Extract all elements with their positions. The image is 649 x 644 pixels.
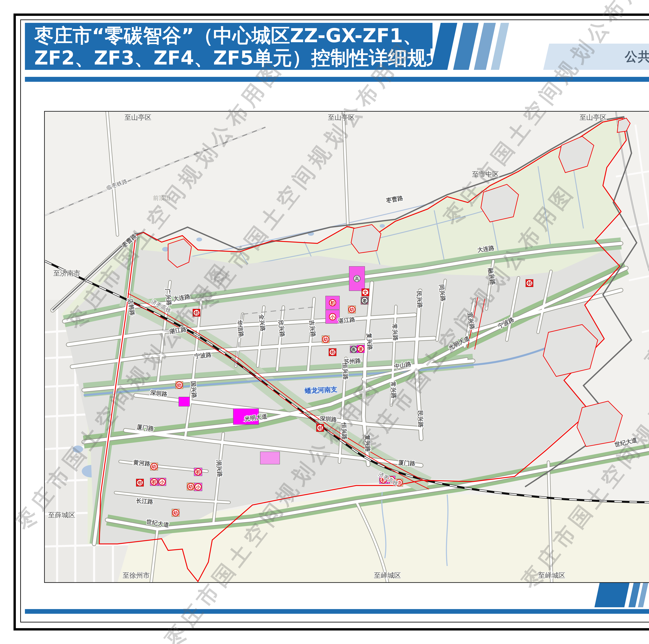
svg-text:幼: 幼 (188, 484, 193, 489)
facility-marker-幼: 幼 (150, 463, 158, 470)
svg-text:幼: 幼 (323, 337, 328, 342)
area-label: 前顶山 (153, 195, 170, 201)
road-label: 复兴路 (364, 434, 371, 452)
title-block: 枣庄市“零碳智谷”（中心城区ZZ-GX-ZF1、 ZF2、ZF3、ZF4、ZF5… (25, 23, 432, 70)
road-label: 复兴路 (365, 333, 374, 350)
header-rule (25, 77, 649, 82)
title-line-1: 枣庄市“零碳智谷”（中心城区ZZ-GX-ZF1、 (34, 25, 446, 47)
facility-marker-邻: 邻 (136, 479, 144, 486)
facility-marker-初: 初 (151, 479, 157, 485)
edge-label: 至薛城区 (48, 511, 75, 519)
road-label: 恒兴路 (341, 422, 348, 440)
svg-text:初: 初 (152, 479, 157, 484)
svg-text:初: 初 (196, 469, 201, 475)
facility-marker-老: 老 (361, 297, 369, 304)
svg-text:小: 小 (196, 484, 201, 490)
road-label: 深圳路 (319, 415, 337, 423)
facility-marker-初: 初 (195, 469, 201, 475)
svg-text:医: 医 (351, 347, 356, 352)
svg-text:小: 小 (330, 314, 335, 319)
facility-marker-邻: 邻 (526, 280, 533, 287)
sheet-subtitle: 公共管理与公共服务设施规划图 (543, 44, 649, 70)
svg-text:幼: 幼 (152, 464, 157, 469)
edge-label: 至峄城区 (538, 571, 565, 579)
road-label: 润兴路 (215, 460, 223, 477)
facility-parcel (179, 397, 190, 406)
svg-text:幼: 幼 (173, 510, 178, 515)
planning-map: 邻邻邻邻邻初小初小初小初小幼幼幼幼幼幼幼高文老医派 枣曹路枣曹路大连路大连路湛江… (44, 111, 649, 583)
facility-marker-邻: 邻 (193, 309, 200, 316)
facility-marker-幼: 幼 (348, 306, 356, 313)
svg-text:高: 高 (355, 276, 359, 281)
road-label: 长江路 (136, 497, 153, 505)
road-label: 恒兴路 (342, 362, 349, 380)
svg-text:邻: 邻 (330, 350, 335, 355)
svg-text:派: 派 (358, 346, 363, 352)
road-label: 民兴路 (416, 291, 423, 308)
facility-marker-小: 小 (159, 479, 165, 485)
road-label: 常兴路 (390, 381, 397, 399)
edge-label: 至峄城区 (374, 571, 401, 579)
edge-label: 至山亭区 (579, 114, 607, 121)
facility-marker-初: 初 (329, 299, 336, 306)
facility-marker-文: 文 (362, 289, 369, 296)
svg-text:初: 初 (330, 300, 335, 305)
facility-marker-小: 小 (195, 484, 201, 490)
road-label: 厦门路 (398, 459, 416, 467)
title-line-2: ZF2、ZF3、ZF4、ZF5单元）控制性详细规划 (34, 47, 446, 69)
svg-text:邻: 邻 (194, 310, 199, 315)
facility-marker-医: 医 (350, 346, 357, 353)
facility-marker-幼: 幼 (172, 509, 179, 517)
facility-marker-小: 小 (329, 313, 336, 320)
svg-text:幼: 幼 (350, 307, 354, 312)
svg-text:邻: 邻 (138, 480, 142, 485)
subtitle-band: 公共管理与公共服务设施规划图 (543, 44, 649, 70)
edge-label: 至山亭区 (328, 114, 355, 121)
edge-label: 至徐州市 (123, 571, 150, 579)
facility-parcel (260, 452, 280, 464)
facility-marker-邻: 邻 (316, 424, 324, 432)
svg-text:文: 文 (363, 290, 368, 295)
edge-label: 至山亭区 (125, 114, 152, 121)
footer-stripe-1 (595, 583, 630, 607)
facility-marker-派: 派 (357, 345, 364, 353)
sheet-title: 枣庄市“零碳智谷”（中心城区ZZ-GX-ZF1、 ZF2、ZF3、ZF4、ZF5… (34, 25, 446, 69)
facility-marker-邻: 邻 (329, 348, 336, 356)
plan-sheet: 枣庄市国土空间规划公布用图枣庄市国土空间规划公布用图枣庄市国土空间规划公布用图枣… (0, 0, 649, 644)
facility-marker-幼: 幼 (187, 483, 194, 490)
svg-text:幼: 幼 (177, 383, 182, 388)
facility-marker-幼: 幼 (322, 336, 330, 343)
road-label: 国兴路 (190, 381, 198, 398)
road-label: 民兴路 (417, 410, 424, 428)
svg-text:小: 小 (160, 479, 165, 484)
footer-rule (25, 609, 649, 614)
edge-label: 至市中区 (472, 170, 499, 178)
svg-text:邻: 邻 (318, 425, 322, 431)
road-label: 常兴路 (391, 324, 399, 341)
facility-marker-高: 高 (354, 275, 360, 282)
facility-marker-幼: 幼 (175, 381, 183, 389)
svg-text:老: 老 (362, 298, 367, 303)
svg-text:邻: 邻 (527, 281, 532, 286)
edge-label: 至济南市 (53, 269, 80, 277)
